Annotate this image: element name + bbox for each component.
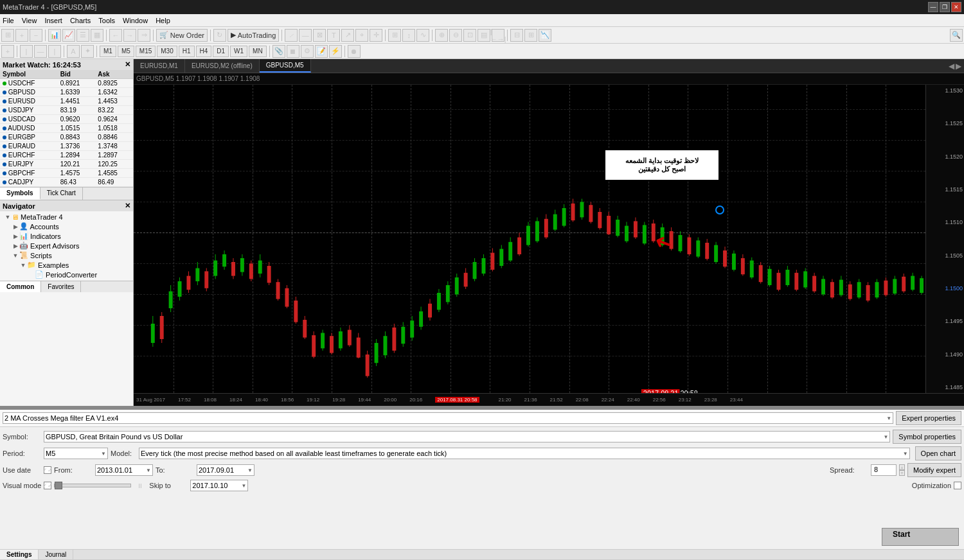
spread-up[interactable]: ▲ [899,464,905,470]
vline-btn[interactable]: | [48,45,61,58]
mw-tab-symbols[interactable]: Symbols [0,188,40,200]
zoom-out2-btn[interactable]: ⊖ [449,29,462,42]
period-h4[interactable]: H4 [196,46,212,57]
symbol-properties-btn[interactable]: Symbol properties [893,430,961,444]
period-d1[interactable]: D1 [213,46,229,57]
panel-btn[interactable]: ⊟ [510,29,523,42]
period-mn[interactable]: MN [249,46,267,57]
fit-btn[interactable]: ⊡ [463,29,476,42]
record-btn[interactable]: ⏺ [348,45,361,58]
crosshair-btn[interactable]: ✛ [370,29,382,42]
nav-accounts[interactable]: ▶ 👤 Accounts [1,222,132,231]
start-button[interactable]: Start [882,528,959,546]
menu-view[interactable]: View [22,17,37,24]
period-w1[interactable]: W1 [230,46,247,57]
nav-scripts[interactable]: ▼ 📜 Scripts [1,250,132,260]
mw-row[interactable]: EURJPY 120.21 120.25 [0,160,133,169]
mw-row[interactable]: EURUSD 1.4451 1.4453 [0,97,133,106]
tab-settings[interactable]: Settings [0,550,39,559]
mw-row[interactable]: EURGBP 0.8843 0.8846 [0,133,133,142]
nav-metatrader4[interactable]: ▼ 🖥 MetaTrader 4 [1,213,132,222]
text-btn[interactable]: T [327,29,340,42]
menu-charts[interactable]: Charts [70,17,91,24]
chart-tab-gbpusdm5[interactable]: GBPUSD,M5 [260,59,311,73]
candle-shrink-btn[interactable]: |←→| [492,29,504,42]
period-h1[interactable]: H1 [179,46,195,57]
pause-btn[interactable]: ⏸ [134,482,147,489]
search-btn[interactable]: 🔍 [950,29,963,42]
line-tool-btn[interactable]: ⟋ [285,29,298,42]
mw-row[interactable]: GBPUSD 1.6339 1.6342 [0,88,133,97]
candlestick-btn[interactable]: ☰ [76,29,89,42]
modify-expert-btn[interactable]: Modify expert [907,463,961,477]
spread-input[interactable]: 8 [871,464,897,476]
line2-btn[interactable]: | [20,45,33,58]
open-chart-btn[interactable]: Open chart [915,446,961,460]
hline2-btn[interactable]: — [34,45,47,58]
visual-mode-checkbox[interactable]: ✓ [44,482,51,489]
indicator-btn[interactable]: ∿ [416,29,429,42]
new-chart-btn[interactable]: ⊞ [1,29,14,42]
mw-row[interactable]: CADJPY 86.43 86.49 [0,178,133,187]
magnifier-btn[interactable]: ⊕ [435,29,448,42]
mw-row[interactable]: USDJPY 83.19 83.22 [0,106,133,115]
nav-period-converter[interactable]: 📄 PeriodConverter [1,270,132,279]
menu-insert[interactable]: Insert [44,17,62,24]
minimize-button[interactable]: — [928,2,938,12]
zoom-out-btn[interactable]: − [30,29,42,42]
mw-row[interactable]: GBPCHF 1.4575 1.4585 [0,169,133,178]
period-m15[interactable]: M15 [136,46,156,57]
mw-row[interactable]: EURCHF 1.2894 1.2897 [0,151,133,160]
nav-examples[interactable]: ▼ 📁 Examples [1,260,132,270]
menu-window[interactable]: Window [123,17,148,24]
compile-btn[interactable]: ⚡ [329,45,342,58]
mw-tab-tick[interactable]: Tick Chart [40,188,83,200]
model-dropdown[interactable]: Every tick (the most precise method base… [139,448,910,459]
expert-stop-btn[interactable]: ⏹ [287,45,299,58]
expert-add-btn[interactable]: 📎 [272,45,285,58]
mw-row[interactable]: AUDUSD 1.0515 1.0518 [0,124,133,133]
to-dropdown[interactable]: 2017.09.01 ▼ [197,464,254,476]
refresh-btn[interactable]: ↻ [213,29,226,42]
arrow-left-btn[interactable]: ← [109,29,122,42]
navigator-close[interactable]: ✕ [125,202,130,210]
chart-tab-eurusdm2[interactable]: EURUSD,M2 (offline) [185,59,260,73]
chart-main[interactable]: 2017.08.31 20:58 لاحظ توقيت بداية الشمعه… [134,85,925,393]
mw-row[interactable]: EURAUD 1.3736 1.3748 [0,142,133,151]
close-button[interactable]: ✕ [951,2,961,12]
volume-btn[interactable]: ↕ [402,29,415,42]
expert-properties-btn[interactable]: Expert properties [896,411,961,425]
add-indicator-btn[interactable]: + [1,45,14,58]
grid-btn[interactable]: ⊞ [388,29,401,42]
menu-file[interactable]: File [3,17,14,24]
visual-mode-slider[interactable] [54,484,131,487]
skip-to-dropdown[interactable]: 2017.10.10 ▼ [190,480,248,491]
bar-chart-btn[interactable]: ▦ [91,29,103,42]
nav-indicators[interactable]: ▶ 📊 Indicators [1,231,132,241]
spread-down[interactable]: ▼ [899,470,905,476]
expert-code-btn[interactable]: 📝 [315,45,328,58]
chart-type-btn[interactable]: 📊 [48,29,61,42]
cursor-btn[interactable]: ⌖ [355,29,368,42]
mw-row[interactable]: USDCHF 0.8921 0.8925 [0,79,133,88]
menu-tools[interactable]: Tools [98,17,115,24]
hline-btn[interactable]: — [299,29,312,42]
period-m1[interactable]: M1 [100,46,116,57]
period-m30[interactable]: M30 [157,46,177,57]
label-btn[interactable]: ✦ [81,45,94,58]
mw-row[interactable]: USDCAD 0.9620 0.9624 [0,115,133,124]
arrow-tool-btn[interactable]: ↗ [341,29,354,42]
menu-help[interactable]: Help [156,17,170,24]
chart-tab-eurusdm1[interactable]: EURUSD,M1 [134,59,185,73]
nav-tab-favorites[interactable]: Favorites [41,281,81,292]
fibo-btn[interactable]: ⊠ [313,29,326,42]
text2-btn[interactable]: A [67,45,80,58]
autotrading-btn[interactable]: ▶ AutoTrading [228,29,279,42]
scroll-right-btn[interactable]: ⇒ [138,29,150,42]
nav-tab-common[interactable]: Common [0,281,41,292]
candle-expand-btn[interactable]: ▤ [478,29,490,42]
arrow-right-btn[interactable]: → [123,29,136,42]
period-dropdown[interactable]: M5 ▼ [44,448,108,459]
symbol-dropdown[interactable]: GBPUSD, Great Britain Pound vs US Dollar… [44,431,890,442]
ea-dropdown[interactable]: 2 MA Crosses Mega filter EA V1.ex4 ▼ [3,412,893,424]
